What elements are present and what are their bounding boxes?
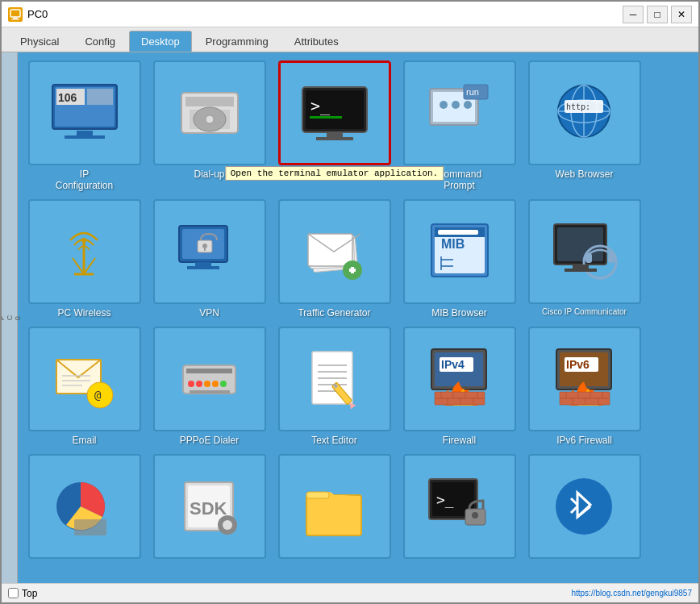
- left-strip-label: PC0: [2, 315, 22, 321]
- pie-chart-icon: [48, 470, 121, 543]
- svg-text:IPv6: IPv6: [566, 358, 590, 371]
- text-editor-icon-box: [278, 327, 391, 431]
- mib-browser-app[interactable]: MIB MIB Browser: [401, 199, 518, 319]
- svg-rect-66: [608, 253, 615, 263]
- folder-app[interactable]: [276, 454, 393, 562]
- close-button[interactable]: ✕: [671, 6, 692, 23]
- tab-programming[interactable]: Programming: [194, 31, 281, 52]
- svg-point-78: [196, 381, 202, 387]
- svg-point-26: [452, 101, 460, 109]
- svg-rect-82: [190, 390, 230, 394]
- svg-point-40: [81, 238, 86, 243]
- window-title: PC0: [27, 8, 48, 20]
- terminal-tooltip: Open the terminal emulator application.: [225, 166, 444, 181]
- svg-rect-110: [560, 392, 610, 398]
- svg-text:IPv4: IPv4: [441, 358, 465, 371]
- svg-rect-7: [87, 89, 113, 105]
- web-browser-app[interactable]: http: Web Browser: [526, 60, 643, 191]
- svg-point-25: [440, 101, 448, 109]
- tab-config[interactable]: Config: [73, 31, 127, 52]
- terminal-icon: >_: [298, 77, 371, 149]
- traffic-gen-icon: [298, 215, 371, 288]
- svg-point-81: [220, 381, 227, 387]
- svg-text:@: @: [94, 389, 102, 402]
- firewall-app[interactable]: IPv4: [401, 327, 518, 446]
- ipv6-firewall-app[interactable]: IPv6: [526, 327, 643, 446]
- pppoe-dialer-app[interactable]: PPPoE Dialer: [151, 327, 268, 446]
- terminal2-app[interactable]: >_: [401, 454, 518, 562]
- minimize-button[interactable]: ─: [623, 6, 644, 23]
- svg-rect-63: [557, 227, 603, 261]
- email-label: Email: [72, 435, 96, 446]
- svg-rect-1: [13, 18, 18, 19]
- bluetooth-icon-box: [528, 454, 641, 559]
- svg-rect-2: [11, 19, 19, 19]
- sdk-app[interactable]: SDK: [151, 454, 268, 562]
- email-icon: @: [48, 343, 121, 415]
- top-label: Top: [22, 588, 37, 599]
- vpn-label: VPN: [199, 307, 219, 319]
- web-browser-icon-box: http:: [528, 60, 641, 165]
- bluetooth-app[interactable]: [526, 454, 643, 562]
- maximize-button[interactable]: □: [647, 6, 668, 23]
- pie-chart-app[interactable]: [26, 454, 143, 562]
- svg-rect-127: [306, 492, 329, 498]
- svg-rect-126: [306, 495, 361, 535]
- dialup-icon: [173, 77, 246, 149]
- status-bar: Top https://blog.csdn.net/gengkui9857: [2, 583, 698, 602]
- status-bar-url: https://blog.csdn.net/gengkui9857: [571, 589, 692, 598]
- web-browser-icon: http:: [548, 77, 621, 149]
- ip-config-icon: 106: [48, 77, 121, 149]
- vpn-icon-box: [153, 199, 266, 304]
- svg-text:MIB: MIB: [441, 237, 465, 251]
- email-app[interactable]: @ Email: [26, 327, 143, 446]
- svg-point-14: [206, 115, 214, 123]
- svg-rect-120: [74, 519, 106, 535]
- email-icon-box: @: [28, 327, 141, 431]
- web-browser-label: Web Browser: [556, 169, 614, 180]
- vpn-app[interactable]: VPN: [151, 199, 268, 319]
- traffic-gen-app[interactable]: Traffic Generator: [276, 199, 393, 319]
- tab-desktop[interactable]: Desktop: [129, 31, 192, 52]
- pc-wireless-label: PC Wireless: [57, 307, 110, 319]
- pppoe-dialer-icon: [173, 343, 246, 415]
- mib-browser-icon: MIB: [423, 215, 496, 288]
- svg-rect-53: [351, 267, 354, 273]
- svg-rect-19: [327, 132, 343, 137]
- text-editor-label: Text Editor: [311, 435, 357, 446]
- text-editor-app[interactable]: Text Editor: [276, 327, 393, 446]
- tab-physical[interactable]: Physical: [8, 31, 71, 52]
- svg-rect-46: [195, 262, 211, 266]
- svg-text:run: run: [466, 87, 479, 97]
- dialup-icon-box: [153, 60, 266, 165]
- pppoe-dialer-label: PPPoE Dialer: [180, 435, 239, 446]
- tab-attributes[interactable]: Attributes: [282, 31, 351, 52]
- firewall-label: Firewall: [443, 435, 476, 446]
- folder-icon-box: [278, 454, 391, 559]
- left-strip: PC0: [2, 52, 18, 583]
- ip-configuration-app[interactable]: 106 IPConfiguration: [26, 60, 143, 191]
- svg-rect-20: [316, 137, 353, 140]
- top-checkbox[interactable]: [8, 588, 19, 598]
- folder-icon: [298, 470, 371, 543]
- main-window: PC0 ─ □ ✕ Physical Config Desktop Progra…: [0, 0, 700, 604]
- firewall-icon-box: IPv4: [403, 327, 516, 431]
- svg-text:106: 106: [58, 91, 77, 104]
- pc-wireless-app[interactable]: PC Wireless: [26, 199, 143, 319]
- bluetooth-icon: [548, 470, 621, 543]
- svg-rect-57: [438, 230, 478, 235]
- svg-point-79: [204, 381, 210, 387]
- svg-point-132: [472, 512, 478, 519]
- status-bar-left: Top: [8, 588, 37, 599]
- terminal-app[interactable]: >_ Open the terminal emulator applicatio…: [276, 60, 393, 191]
- tab-bar: Physical Config Desktop Programming Attr…: [2, 27, 698, 52]
- svg-point-133: [556, 478, 612, 535]
- desktop-area[interactable]: 106 IPConfiguration: [18, 52, 698, 583]
- terminal-icon-box: >_ Open the terminal emulator applicatio…: [278, 60, 391, 165]
- svg-rect-18: [310, 116, 342, 119]
- traffic-gen-icon-box: [278, 199, 391, 304]
- cisco-ip-comm-app[interactable]: Cisco IP Communicator: [526, 199, 643, 319]
- sdk-icon-box: SDK: [153, 454, 266, 559]
- window-controls: ─ □ ✕: [623, 6, 692, 23]
- sdk-icon: SDK: [173, 470, 246, 543]
